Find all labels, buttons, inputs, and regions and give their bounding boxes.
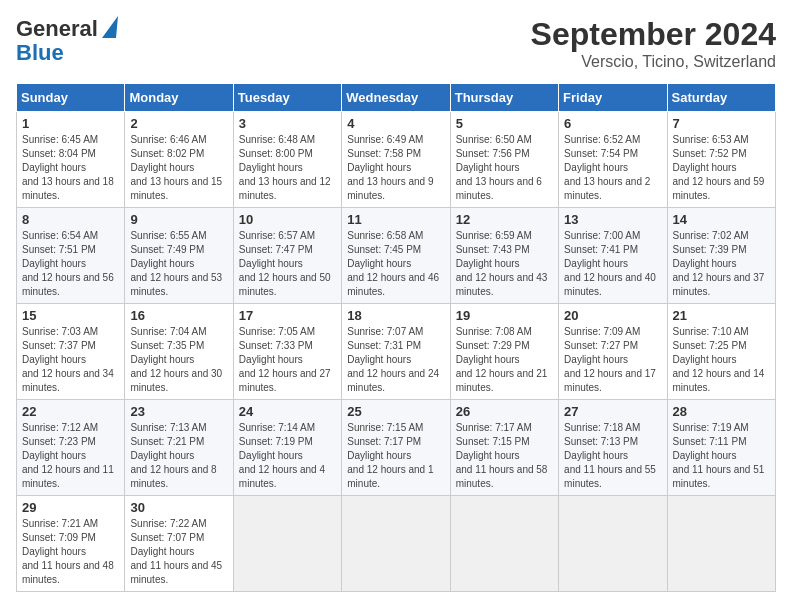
table-row: 12 Sunrise: 6:59 AM Sunset: 7:43 PM Dayl…: [450, 208, 558, 304]
day-detail: Sunrise: 7:13 AM Sunset: 7:21 PM Dayligh…: [130, 421, 227, 491]
col-saturday: Saturday: [667, 84, 775, 112]
day-number: 21: [673, 308, 770, 323]
day-detail: Sunrise: 6:55 AM Sunset: 7:49 PM Dayligh…: [130, 229, 227, 299]
day-detail: Sunrise: 6:45 AM Sunset: 8:04 PM Dayligh…: [22, 133, 119, 203]
day-detail: Sunrise: 6:46 AM Sunset: 8:02 PM Dayligh…: [130, 133, 227, 203]
table-row: 7 Sunrise: 6:53 AM Sunset: 7:52 PM Dayli…: [667, 112, 775, 208]
calendar-header-row: Sunday Monday Tuesday Wednesday Thursday…: [17, 84, 776, 112]
day-number: 16: [130, 308, 227, 323]
table-row: 18 Sunrise: 7:07 AM Sunset: 7:31 PM Dayl…: [342, 304, 450, 400]
table-row: 1 Sunrise: 6:45 AM Sunset: 8:04 PM Dayli…: [17, 112, 125, 208]
day-number: 11: [347, 212, 444, 227]
table-row: 2 Sunrise: 6:46 AM Sunset: 8:02 PM Dayli…: [125, 112, 233, 208]
day-number: 20: [564, 308, 661, 323]
day-number: 19: [456, 308, 553, 323]
col-tuesday: Tuesday: [233, 84, 341, 112]
table-row: 11 Sunrise: 6:58 AM Sunset: 7:45 PM Dayl…: [342, 208, 450, 304]
day-number: 25: [347, 404, 444, 419]
calendar-table: Sunday Monday Tuesday Wednesday Thursday…: [16, 83, 776, 592]
svg-marker-0: [102, 16, 118, 38]
day-number: 12: [456, 212, 553, 227]
calendar-title-block: September 2024 Verscio, Ticino, Switzerl…: [531, 16, 776, 71]
table-row: 22 Sunrise: 7:12 AM Sunset: 7:23 PM Dayl…: [17, 400, 125, 496]
day-number: 8: [22, 212, 119, 227]
table-row: 6 Sunrise: 6:52 AM Sunset: 7:54 PM Dayli…: [559, 112, 667, 208]
table-row: 26 Sunrise: 7:17 AM Sunset: 7:15 PM Dayl…: [450, 400, 558, 496]
day-number: 29: [22, 500, 119, 515]
table-row: 21 Sunrise: 7:10 AM Sunset: 7:25 PM Dayl…: [667, 304, 775, 400]
table-row: 25 Sunrise: 7:15 AM Sunset: 7:17 PM Dayl…: [342, 400, 450, 496]
day-number: 30: [130, 500, 227, 515]
day-detail: Sunrise: 6:54 AM Sunset: 7:51 PM Dayligh…: [22, 229, 119, 299]
table-row: 10 Sunrise: 6:57 AM Sunset: 7:47 PM Dayl…: [233, 208, 341, 304]
table-row: 29 Sunrise: 7:21 AM Sunset: 7:09 PM Dayl…: [17, 496, 125, 592]
col-thursday: Thursday: [450, 84, 558, 112]
day-number: 1: [22, 116, 119, 131]
day-detail: Sunrise: 7:05 AM Sunset: 7:33 PM Dayligh…: [239, 325, 336, 395]
day-number: 15: [22, 308, 119, 323]
table-row: [233, 496, 341, 592]
day-number: 18: [347, 308, 444, 323]
calendar-row: 1 Sunrise: 6:45 AM Sunset: 8:04 PM Dayli…: [17, 112, 776, 208]
day-detail: Sunrise: 6:52 AM Sunset: 7:54 PM Dayligh…: [564, 133, 661, 203]
table-row: 20 Sunrise: 7:09 AM Sunset: 7:27 PM Dayl…: [559, 304, 667, 400]
day-detail: Sunrise: 6:58 AM Sunset: 7:45 PM Dayligh…: [347, 229, 444, 299]
day-number: 17: [239, 308, 336, 323]
logo: General Blue: [16, 16, 118, 64]
day-detail: Sunrise: 6:59 AM Sunset: 7:43 PM Dayligh…: [456, 229, 553, 299]
calendar-row: 8 Sunrise: 6:54 AM Sunset: 7:51 PM Dayli…: [17, 208, 776, 304]
page-header: General Blue September 2024 Verscio, Tic…: [16, 16, 776, 71]
col-friday: Friday: [559, 84, 667, 112]
day-number: 13: [564, 212, 661, 227]
day-number: 10: [239, 212, 336, 227]
day-number: 23: [130, 404, 227, 419]
day-number: 24: [239, 404, 336, 419]
day-detail: Sunrise: 7:15 AM Sunset: 7:17 PM Dayligh…: [347, 421, 444, 491]
day-detail: Sunrise: 7:10 AM Sunset: 7:25 PM Dayligh…: [673, 325, 770, 395]
table-row: 23 Sunrise: 7:13 AM Sunset: 7:21 PM Dayl…: [125, 400, 233, 496]
day-number: 26: [456, 404, 553, 419]
day-detail: Sunrise: 7:07 AM Sunset: 7:31 PM Dayligh…: [347, 325, 444, 395]
day-number: 28: [673, 404, 770, 419]
day-detail: Sunrise: 7:22 AM Sunset: 7:07 PM Dayligh…: [130, 517, 227, 587]
logo-general: General: [16, 18, 98, 40]
table-row: 13 Sunrise: 7:00 AM Sunset: 7:41 PM Dayl…: [559, 208, 667, 304]
day-number: 7: [673, 116, 770, 131]
table-row: [342, 496, 450, 592]
table-row: 16 Sunrise: 7:04 AM Sunset: 7:35 PM Dayl…: [125, 304, 233, 400]
col-sunday: Sunday: [17, 84, 125, 112]
day-detail: Sunrise: 6:48 AM Sunset: 8:00 PM Dayligh…: [239, 133, 336, 203]
day-number: 5: [456, 116, 553, 131]
day-detail: Sunrise: 6:49 AM Sunset: 7:58 PM Dayligh…: [347, 133, 444, 203]
table-row: [667, 496, 775, 592]
day-number: 6: [564, 116, 661, 131]
day-detail: Sunrise: 7:17 AM Sunset: 7:15 PM Dayligh…: [456, 421, 553, 491]
table-row: 30 Sunrise: 7:22 AM Sunset: 7:07 PM Dayl…: [125, 496, 233, 592]
calendar-row: 15 Sunrise: 7:03 AM Sunset: 7:37 PM Dayl…: [17, 304, 776, 400]
table-row: 17 Sunrise: 7:05 AM Sunset: 7:33 PM Dayl…: [233, 304, 341, 400]
day-number: 22: [22, 404, 119, 419]
day-number: 4: [347, 116, 444, 131]
calendar-subtitle: Verscio, Ticino, Switzerland: [531, 53, 776, 71]
day-detail: Sunrise: 6:57 AM Sunset: 7:47 PM Dayligh…: [239, 229, 336, 299]
day-number: 9: [130, 212, 227, 227]
day-detail: Sunrise: 7:03 AM Sunset: 7:37 PM Dayligh…: [22, 325, 119, 395]
day-number: 2: [130, 116, 227, 131]
day-number: 14: [673, 212, 770, 227]
day-detail: Sunrise: 7:14 AM Sunset: 7:19 PM Dayligh…: [239, 421, 336, 491]
table-row: 15 Sunrise: 7:03 AM Sunset: 7:37 PM Dayl…: [17, 304, 125, 400]
logo-blue: Blue: [16, 40, 64, 65]
day-detail: Sunrise: 7:21 AM Sunset: 7:09 PM Dayligh…: [22, 517, 119, 587]
col-wednesday: Wednesday: [342, 84, 450, 112]
table-row: 4 Sunrise: 6:49 AM Sunset: 7:58 PM Dayli…: [342, 112, 450, 208]
table-row: 9 Sunrise: 6:55 AM Sunset: 7:49 PM Dayli…: [125, 208, 233, 304]
table-row: 3 Sunrise: 6:48 AM Sunset: 8:00 PM Dayli…: [233, 112, 341, 208]
table-row: [450, 496, 558, 592]
day-number: 3: [239, 116, 336, 131]
table-row: 8 Sunrise: 6:54 AM Sunset: 7:51 PM Dayli…: [17, 208, 125, 304]
table-row: 5 Sunrise: 6:50 AM Sunset: 7:56 PM Dayli…: [450, 112, 558, 208]
day-detail: Sunrise: 7:04 AM Sunset: 7:35 PM Dayligh…: [130, 325, 227, 395]
day-detail: Sunrise: 7:02 AM Sunset: 7:39 PM Dayligh…: [673, 229, 770, 299]
day-number: 27: [564, 404, 661, 419]
day-detail: Sunrise: 7:08 AM Sunset: 7:29 PM Dayligh…: [456, 325, 553, 395]
